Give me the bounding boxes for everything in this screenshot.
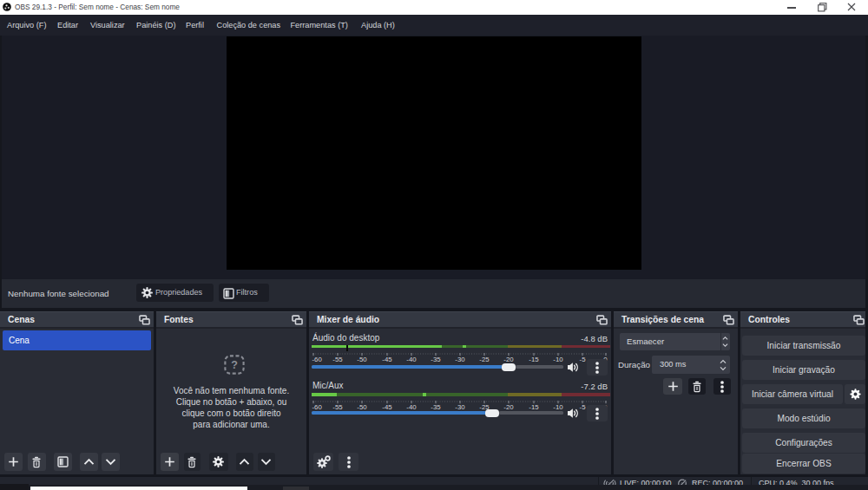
svg-text:-60: -60 [312, 356, 323, 363]
svg-text:-35: -35 [431, 356, 441, 363]
svg-text:-40: -40 [406, 356, 417, 363]
svg-text:-45: -45 [382, 403, 392, 410]
svg-text:-10: -10 [553, 356, 563, 363]
svg-text:-50: -50 [357, 403, 367, 410]
svg-text:-5: -5 [580, 403, 587, 410]
svg-text:-60: -60 [312, 403, 323, 410]
svg-text:-35: -35 [431, 403, 441, 410]
svg-text:-15: -15 [529, 356, 539, 363]
svg-text:-30: -30 [455, 356, 465, 363]
svg-text:-10: -10 [553, 403, 563, 410]
svg-text:-40: -40 [406, 403, 417, 410]
svg-text:-55: -55 [332, 356, 343, 363]
svg-text:-5: -5 [580, 356, 587, 363]
svg-text:-20: -20 [503, 356, 514, 363]
svg-text:?: ? [231, 359, 238, 371]
svg-text:-15: -15 [529, 403, 539, 410]
svg-text:-20: -20 [503, 403, 514, 410]
svg-text:-30: -30 [455, 403, 465, 410]
svg-text:-45: -45 [382, 356, 392, 363]
svg-text:-55: -55 [332, 403, 343, 410]
svg-text:-25: -25 [479, 356, 490, 363]
svg-text:-50: -50 [357, 356, 367, 363]
